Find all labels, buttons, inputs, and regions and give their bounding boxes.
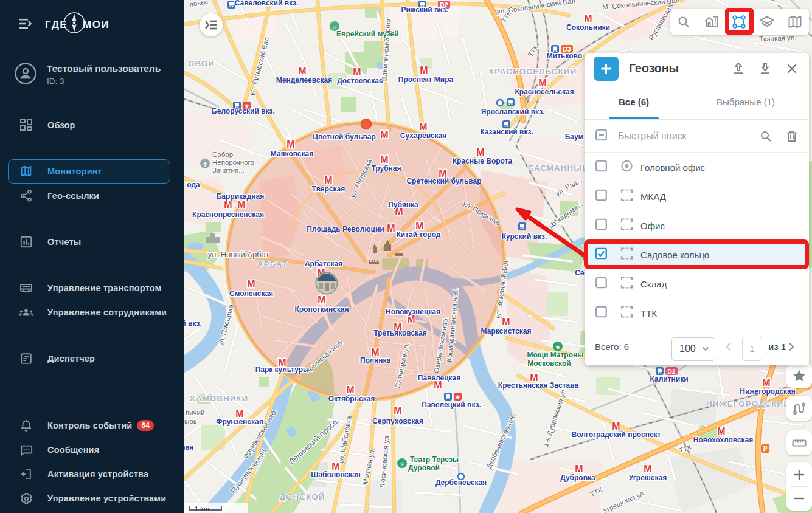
svg-text:М: М [224,199,232,210]
svg-text:М: М [346,385,354,395]
svg-text:М: М [762,377,770,388]
svg-text:Арбатская: Арбатская [305,260,342,268]
svg-text:Тверская: Тверская [312,185,345,193]
svg-text:М: М [415,221,423,231]
svg-text:Сокольники: Сокольники [566,23,610,32]
svg-text:Дубровка: Дубровка [560,473,595,482]
svg-text:Достоевская: Достоевская [337,77,383,85]
svg-text:КРАСНОСЕЛЬСКИЙ: КРАСНОСЕЛЬСКИЙ [489,67,577,76]
svg-text:М: М [380,154,388,165]
svg-text:М: М [380,129,388,140]
svg-text:М: М [419,122,427,132]
svg-text:Белорусский вкз.: Белорусский вкз. [212,107,275,115]
svg-text:Новохохловская: Новохохловская [693,436,754,444]
svg-text:Мощи Матроны: Мощи Матроны [527,351,583,359]
svg-text:₽: ₽ [763,445,768,452]
svg-text:Кропоткинская: Кропоткинская [294,305,349,314]
svg-text:ул. Новый Арбат: ул. Новый Арбат [208,250,269,259]
svg-text:М: М [644,464,651,474]
svg-text:Дуровой: Дуровой [408,464,440,472]
svg-text:ДОНСКОЙ: ДОНСКОЙ [279,492,325,501]
svg-text:Красносельская: Красносельская [515,88,574,96]
svg-text:Менделеевская: Менделеевская [276,76,332,84]
svg-text:Се: Се [575,269,585,277]
svg-text:Третьяковская: Третьяковская [373,329,427,337]
svg-text:Парк культуры: Парк культуры [255,365,310,374]
svg-text:М: М [387,223,395,233]
svg-text:Трубная: Трубная [371,164,401,173]
svg-text:Китай-город: Китай-город [397,230,441,239]
svg-text:М: М [394,405,401,416]
svg-text:Баррикадная: Баррикадная [217,192,265,201]
svg-text:Нижегородская: Нижегородская [740,387,796,396]
svg-text:МОИ: МОИ [83,19,109,30]
svg-text:★: ★ [555,344,561,351]
svg-text:Павелецкий вкз.: Павелецкий вкз. [422,401,481,409]
svg-text:✝: ✝ [202,160,207,168]
svg-text:М: М [298,66,306,76]
svg-text:М: М [324,175,332,185]
svg-text:Лубянка: Лубянка [388,201,418,209]
svg-text:М: М [575,464,583,474]
svg-text:Московской: Московской [527,359,571,368]
svg-text:М: М [247,279,255,289]
svg-text:Фрунзенская: Фрунзенская [216,418,263,426]
svg-text:ода: ода [187,181,200,189]
svg-text:М: М [353,67,361,77]
svg-text:Дербеневская: Дербеневская [435,478,487,487]
svg-text:М: М [502,317,510,327]
svg-text:Еврейский музей: Еврейский музей [336,30,399,38]
svg-text:НИЖЕГОРОДСКИЙ: НИЖЕГОРОДСКИЙ [706,399,790,408]
svg-text:Рижский вкз.: Рижский вкз. [401,5,448,14]
svg-text:М: М [286,139,294,150]
svg-text:М: М [318,295,325,305]
svg-text:АРБАТ: АРБАТ [257,260,288,269]
svg-text:Шаболовская: Шаболовская [311,470,360,479]
svg-text:Сретенский бульвар: Сретенский бульвар [406,177,481,185]
svg-text:Крестьянская Застава: Крестьянская Застава [498,381,579,390]
svg-text:Павелецкая: Павелецкая [418,374,460,382]
svg-text:Ярославский вкз.: Ярославский вкз. [481,108,545,116]
svg-text:Угрешская: Угрешская [629,473,667,482]
svg-text:Серпуховская: Серпуховская [372,417,423,425]
svg-text:М: М [538,78,546,88]
svg-text:Собор: Собор [212,151,233,158]
svg-text:Полянка: Полянка [360,356,391,365]
svg-text:Непорочного: Непорочного [212,159,254,166]
svg-text:Маяковская: Маяковская [271,150,313,158]
svg-text:Новокузнецкая: Новокузнецкая [386,308,440,316]
svg-text:М: М [584,13,592,24]
svg-text:Красные Ворота: Красные Ворота [453,157,513,165]
svg-text:Смоленская: Смоленская [229,289,273,298]
svg-text:Зачатия...: Зачатия... [212,167,245,174]
svg-text:1 km: 1 km [195,505,209,512]
svg-text:Калитники: Калитники [650,375,688,384]
svg-text:М: М [237,199,245,210]
svg-text:Театр Терезы: Театр Терезы [410,455,459,464]
svg-text:ХАМОВНИКИ: ХАМОВНИКИ [190,394,249,403]
svg-text:Краснопресненская: Краснопресненская [192,210,264,219]
svg-text:★: ★ [455,394,460,401]
svg-text:Митьково: Митьково [547,52,582,60]
svg-text:ОВОЙ: ОВОЙ [188,59,215,68]
svg-text:М: М [476,147,484,157]
svg-text:Савеловский вкз.: Савеловский вкз. [235,0,299,7]
svg-text:Марксистская: Марксистская [481,327,532,336]
svg-text:Октябрьская: Октябрьская [328,394,375,403]
svg-text:вичий: вичий [186,409,204,416]
svg-text:Сухаревская: Сухаревская [400,131,446,140]
svg-text:Цветной бульвар: Цветной бульвар [313,133,376,141]
svg-text:М: М [420,65,428,75]
svg-text:Площадь Революции: Площадь Революции [307,225,384,233]
svg-text:Проспект Мира: Проспект Мира [398,75,454,84]
svg-text:D2: D2 [667,368,676,375]
svg-text:М: М [717,426,725,436]
svg-text:☺: ☺ [399,461,404,467]
svg-text:ырь: ырь [184,418,197,425]
svg-text:Казанский вкз.: Казанский вкз. [480,128,533,136]
svg-text:Баум: Баум [565,133,584,141]
svg-text:⌂: ⌂ [333,24,336,30]
svg-text:Волгоградский проспект: Волгоградский проспект [572,430,661,439]
svg-text:БАСМАННЫЙ: БАСМАННЫЙ [528,164,589,173]
